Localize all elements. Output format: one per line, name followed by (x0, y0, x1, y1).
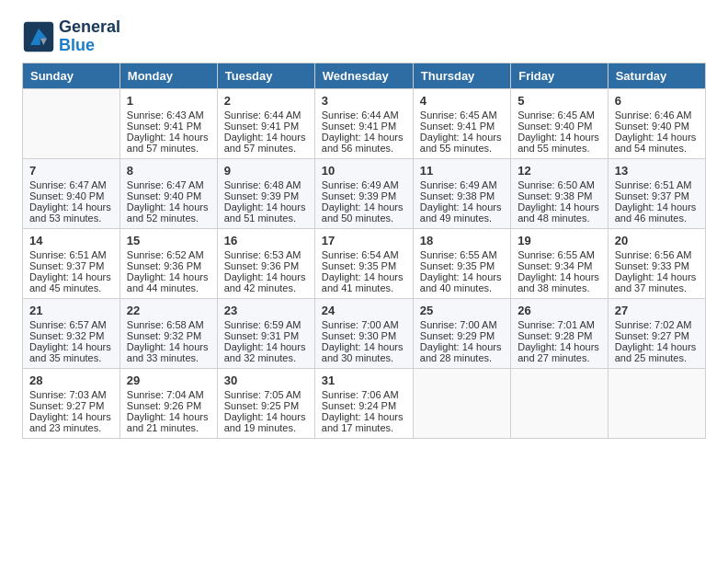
calendar-day-24: 24Sunrise: 7:00 AMSunset: 9:30 PMDayligh… (314, 298, 413, 368)
day-info-line: Daylight: 14 hours (224, 201, 306, 213)
day-number: 7 (29, 164, 113, 178)
day-info-line: and 51 minutes. (224, 213, 296, 224)
day-info-line: Daylight: 14 hours (518, 201, 599, 213)
day-number: 18 (420, 234, 504, 247)
calendar-table: SundayMondayTuesdayWednesdayThursdayFrid… (22, 63, 706, 439)
day-info-line: Sunrise: 6:46 AM (615, 109, 692, 121)
day-info-line: Daylight: 14 hours (322, 341, 404, 352)
day-info-line: Sunset: 9:37 PM (29, 260, 104, 271)
day-number: 29 (127, 373, 210, 387)
calendar-day-6: 6Sunrise: 6:46 AMSunset: 9:40 PMDaylight… (608, 88, 705, 158)
day-info-line: and 41 minutes. (322, 282, 393, 293)
day-info-line: and 21 minutes. (127, 422, 199, 433)
day-number: 19 (518, 234, 601, 247)
day-info-line: Daylight: 14 hours (420, 132, 502, 143)
day-number: 16 (224, 234, 308, 247)
day-info-line: Daylight: 14 hours (29, 341, 111, 352)
day-info-line: Sunset: 9:32 PM (127, 330, 201, 341)
day-info-line: Sunset: 9:25 PM (224, 400, 299, 411)
day-info-line: and 27 minutes. (518, 352, 589, 363)
day-info-line: and 37 minutes. (615, 282, 687, 293)
calendar-day-4: 4Sunrise: 6:45 AMSunset: 9:41 PMDaylight… (413, 88, 510, 158)
day-info-line: Sunset: 9:38 PM (518, 190, 592, 201)
day-info-line: Sunset: 9:33 PM (615, 260, 689, 271)
calendar-day-5: 5Sunrise: 6:45 AMSunset: 9:40 PMDaylight… (511, 88, 609, 158)
day-number: 6 (615, 94, 699, 108)
day-info-line: Sunrise: 7:00 AM (322, 319, 399, 330)
day-info-line: Sunrise: 7:02 AM (615, 319, 692, 330)
day-number: 23 (224, 304, 308, 317)
day-info-line: Sunset: 9:36 PM (127, 260, 201, 271)
day-info-line: Sunrise: 6:45 AM (518, 109, 595, 121)
calendar-week-row: 1Sunrise: 6:43 AMSunset: 9:41 PMDaylight… (23, 88, 706, 158)
day-info-line: Sunrise: 6:47 AM (127, 179, 204, 190)
day-info-line: Sunset: 9:41 PM (224, 121, 299, 132)
calendar-day-12: 12Sunrise: 6:50 AMSunset: 9:38 PMDayligh… (511, 158, 609, 228)
day-info-line: Daylight: 14 hours (322, 201, 404, 213)
day-info-line: Sunset: 9:24 PM (322, 400, 396, 411)
day-info-line: Sunrise: 6:44 AM (224, 109, 301, 121)
day-number: 9 (224, 164, 308, 178)
day-number: 27 (615, 304, 699, 317)
day-info-line: Sunrise: 7:05 AM (224, 389, 301, 400)
day-info-line: and 40 minutes. (420, 282, 492, 293)
day-number: 15 (127, 234, 210, 247)
day-info-line: Daylight: 14 hours (127, 132, 209, 143)
day-info-line: Daylight: 14 hours (127, 411, 209, 422)
day-header-tuesday: Tuesday (217, 63, 314, 88)
day-info-line: Sunrise: 6:55 AM (518, 249, 595, 260)
day-info-line: and 33 minutes. (127, 352, 199, 363)
calendar-day-13: 13Sunrise: 6:51 AMSunset: 9:37 PMDayligh… (608, 158, 705, 228)
day-number: 4 (420, 94, 504, 108)
calendar-day-23: 23Sunrise: 6:59 AMSunset: 9:31 PMDayligh… (217, 298, 314, 368)
calendar-day-19: 19Sunrise: 6:55 AMSunset: 9:34 PMDayligh… (511, 228, 609, 298)
day-info-line: Sunrise: 6:58 AM (127, 319, 204, 330)
day-info-line: Daylight: 14 hours (615, 201, 697, 213)
calendar-day-27: 27Sunrise: 7:02 AMSunset: 9:27 PMDayligh… (608, 298, 705, 368)
day-info-line: Sunset: 9:41 PM (420, 121, 495, 132)
day-info-line: and 30 minutes. (322, 352, 393, 363)
calendar-day-8: 8Sunrise: 6:47 AMSunset: 9:40 PMDaylight… (119, 158, 217, 228)
day-header-monday: Monday (119, 63, 217, 88)
day-info-line: Sunset: 9:40 PM (127, 190, 201, 201)
day-number: 17 (322, 234, 406, 247)
day-info-line: and 45 minutes. (29, 282, 101, 293)
day-info-line: Sunset: 9:40 PM (518, 121, 592, 132)
day-info-line: Daylight: 14 hours (518, 132, 599, 143)
calendar-day-2: 2Sunrise: 6:44 AMSunset: 9:41 PMDaylight… (217, 88, 314, 158)
calendar-day-20: 20Sunrise: 6:56 AMSunset: 9:33 PMDayligh… (608, 228, 705, 298)
day-number: 21 (29, 304, 113, 317)
day-info-line: Sunset: 9:41 PM (127, 121, 201, 132)
day-info-line: and 55 minutes. (518, 143, 589, 154)
day-number: 3 (322, 94, 406, 108)
calendar-week-row: 14Sunrise: 6:51 AMSunset: 9:37 PMDayligh… (23, 228, 706, 298)
day-info-line: Daylight: 14 hours (322, 411, 404, 422)
calendar-day-29: 29Sunrise: 7:04 AMSunset: 9:26 PMDayligh… (119, 368, 217, 438)
calendar-day-25: 25Sunrise: 7:00 AMSunset: 9:29 PMDayligh… (413, 298, 510, 368)
day-info-line: Daylight: 14 hours (224, 341, 306, 352)
calendar-day-7: 7Sunrise: 6:47 AMSunset: 9:40 PMDaylight… (23, 158, 120, 228)
day-number: 8 (127, 164, 210, 178)
day-info-line: Sunrise: 7:04 AM (127, 389, 204, 400)
day-info-line: Daylight: 14 hours (322, 271, 404, 282)
day-info-line: Sunset: 9:30 PM (322, 330, 396, 341)
day-number: 31 (322, 373, 406, 387)
day-info-line: and 52 minutes. (127, 213, 199, 224)
calendar-day-9: 9Sunrise: 6:48 AMSunset: 9:39 PMDaylight… (217, 158, 314, 228)
day-info-line: Daylight: 14 hours (127, 271, 209, 282)
day-info-line: Daylight: 14 hours (420, 271, 502, 282)
logo-text: General Blue (59, 18, 120, 55)
day-number: 5 (518, 94, 601, 108)
day-number: 20 (615, 234, 699, 247)
calendar-day-3: 3Sunrise: 6:44 AMSunset: 9:41 PMDaylight… (314, 88, 413, 158)
day-info-line: Sunrise: 6:56 AM (615, 249, 692, 260)
day-info-line: Sunrise: 6:44 AM (322, 109, 399, 121)
calendar-day-30: 30Sunrise: 7:05 AMSunset: 9:25 PMDayligh… (217, 368, 314, 438)
day-info-line: and 50 minutes. (322, 213, 393, 224)
day-info-line: Sunset: 9:27 PM (29, 400, 104, 411)
day-info-line: and 25 minutes. (615, 352, 687, 363)
day-info-line: Sunset: 9:32 PM (29, 330, 104, 341)
day-info-line: Sunrise: 6:51 AM (615, 179, 692, 190)
day-number: 10 (322, 164, 406, 178)
day-number: 14 (29, 234, 113, 247)
